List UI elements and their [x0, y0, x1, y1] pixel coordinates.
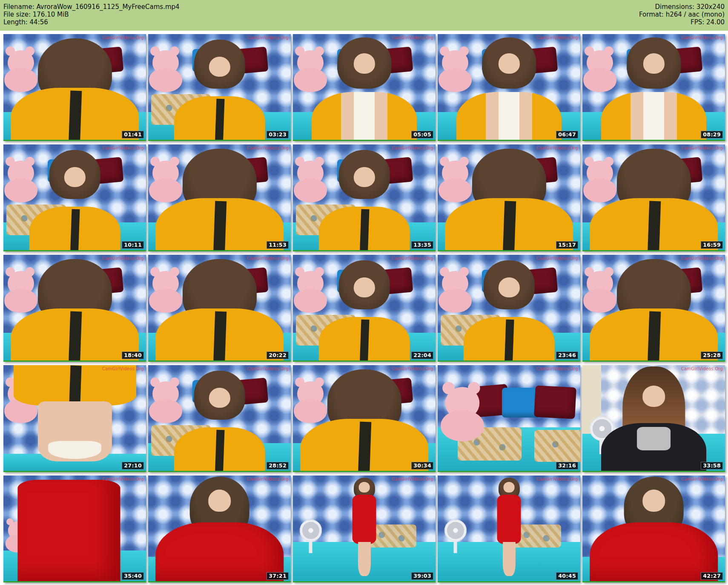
torso: [155, 522, 284, 582]
frame-bottom-line: [582, 471, 725, 472]
timestamp-badge: 11:53: [267, 241, 289, 249]
torso: [300, 419, 429, 473]
video-frame: CamGirlVideos.Org 06:47: [438, 34, 580, 141]
dimensions-line: Dimensions: 320x240: [639, 3, 725, 11]
timestamp-badge: 10:11: [122, 241, 144, 249]
video-frame: CamGirlVideos.Org 32:16: [438, 365, 580, 472]
timestamp-badge: 25:28: [701, 352, 723, 359]
video-thumbnail: CamGirlVideos.Org 03:23: [148, 34, 291, 141]
timestamp-badge: 32:16: [556, 462, 578, 470]
torso: [590, 198, 718, 252]
person: [3, 34, 146, 141]
face: [498, 277, 519, 298]
video-frame: CamGirlVideos.Org 15:17: [438, 144, 580, 251]
video-thumbnail: CamGirlVideos.Org 08:29: [582, 34, 725, 141]
face: [503, 482, 515, 493]
video-thumbnail: CamGirlVideos.Org 05:05: [293, 34, 436, 141]
person: [3, 475, 146, 582]
video-frame: CamGirlVideos.Org 30:34: [293, 365, 436, 472]
video-thumbnail: CamGirlVideos.Org 40:45: [438, 475, 580, 582]
watermark: CamGirlVideos.Org: [536, 35, 578, 40]
person: [148, 255, 291, 362]
timestamp-badge: 30:34: [411, 462, 433, 470]
teddy-bear: [445, 387, 479, 419]
face: [353, 167, 375, 187]
timestamp-badge: 15:17: [556, 241, 578, 249]
frame-bottom-line: [3, 250, 146, 251]
torso: [601, 92, 707, 141]
timestamp-badge: 22:04: [411, 352, 433, 359]
file-metadata-right: Dimensions: 320x240 Format: h264 / aac (…: [639, 3, 725, 31]
person: [438, 475, 580, 582]
person: [148, 144, 291, 251]
video-thumbnail: CamGirlVideos.Org 42:27: [582, 475, 725, 582]
person: [3, 144, 146, 251]
video-thumbnail: CamGirlVideos.Org 01:41: [3, 34, 146, 141]
watermark: CamGirlVideos.Org: [247, 477, 289, 481]
watermark: CamGirlVideos.Org: [392, 35, 433, 40]
person: [3, 365, 146, 472]
timestamp-badge: 06:47: [556, 131, 578, 138]
watermark: CamGirlVideos.Org: [536, 256, 578, 261]
torso: [174, 427, 265, 472]
timestamp-badge: 18:40: [122, 352, 144, 359]
video-thumbnail: CamGirlVideos.Org 13:35: [293, 144, 436, 251]
torso: [13, 365, 136, 406]
timestamp-badge: 40:45: [556, 572, 578, 580]
frame-bottom-line: [582, 581, 725, 582]
face: [64, 167, 85, 187]
person: [148, 475, 291, 582]
face: [358, 482, 370, 493]
video-thumbnail: CamGirlVideos.Org 10:11: [3, 144, 146, 251]
timestamp-badge: 42:27: [701, 572, 723, 580]
torso: [463, 317, 554, 362]
frame-bottom-line: [438, 581, 580, 582]
person: [582, 475, 725, 582]
torso: [601, 423, 707, 472]
video-frame: CamGirlVideos.Org 39:03: [293, 475, 436, 582]
person: [582, 255, 725, 362]
frame-bottom-line: [148, 140, 291, 141]
person: [293, 475, 436, 582]
watermark: CamGirlVideos.Org: [247, 366, 289, 371]
frame-bottom-line: [438, 250, 580, 251]
timestamp-badge: 27:10: [122, 462, 144, 470]
torso: [497, 495, 521, 544]
file-metadata-left: Filename: AvroraWow_160916_1125_MyFreeCa…: [3, 3, 180, 31]
face: [498, 53, 519, 74]
filesize-line: File size: 176.10 MiB: [3, 11, 180, 18]
filename-line: Filename: AvroraWow_160916_1125_MyFreeCa…: [3, 3, 180, 11]
video-frame: CamGirlVideos.Org 27:10: [3, 365, 146, 472]
person: [293, 255, 436, 362]
frame-bottom-line: [293, 360, 436, 362]
video-thumbnail: CamGirlVideos.Org 18:40: [3, 255, 146, 362]
frame-bottom-line: [582, 250, 725, 251]
video-frame: CamGirlVideos.Org 05:05: [293, 34, 436, 141]
person: [293, 365, 436, 472]
video-frame: CamGirlVideos.Org 35:40: [3, 475, 146, 582]
face: [208, 490, 231, 512]
face: [642, 490, 665, 512]
watermark: CamGirlVideos.Org: [681, 256, 723, 261]
video-frame: CamGirlVideos.Org 37:21: [148, 475, 291, 582]
person: [582, 365, 725, 472]
video-thumbnail: CamGirlVideos.Org 23:46: [438, 255, 580, 362]
timestamp-badge: 01:41: [122, 131, 144, 138]
watermark: CamGirlVideos.Org: [247, 146, 289, 150]
watermark: CamGirlVideos.Org: [681, 146, 723, 150]
face: [353, 53, 375, 74]
video-frame: CamGirlVideos.Org 22:04: [293, 255, 436, 362]
pillow-dark-red-right: [534, 386, 576, 419]
video-thumbnail: CamGirlVideos.Org 22:04: [293, 255, 436, 362]
watermark: CamGirlVideos.Org: [392, 146, 433, 150]
frame-bottom-line: [3, 471, 146, 472]
video-thumbnail: CamGirlVideos.Org 35:40: [3, 475, 146, 582]
video-thumbnail: CamGirlVideos.Org 27:10: [3, 365, 146, 472]
frame-bottom-line: [293, 140, 436, 141]
video-thumbnail: CamGirlVideos.Org 06:47: [438, 34, 580, 141]
watermark: CamGirlVideos.Org: [681, 366, 723, 371]
watermark: CamGirlVideos.Org: [392, 256, 433, 261]
video-frame: CamGirlVideos.Org 40:45: [438, 475, 580, 582]
torso: [155, 198, 284, 252]
video-thumbnail: CamGirlVideos.Org 33:58: [582, 365, 725, 472]
